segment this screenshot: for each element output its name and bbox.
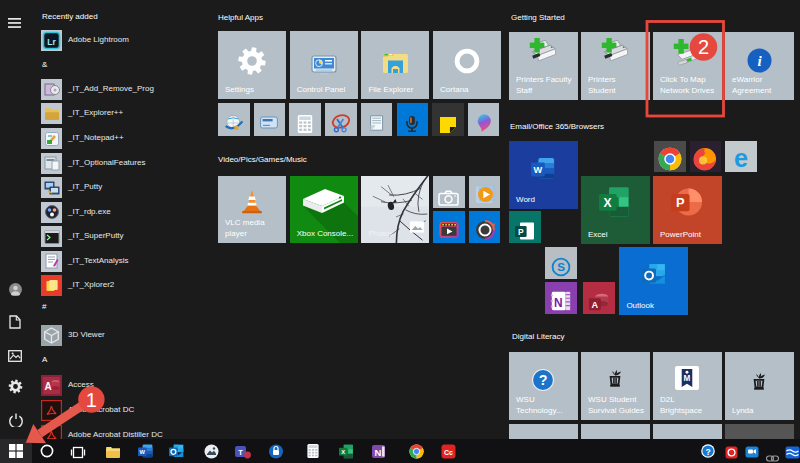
svg-text:2: 2 xyxy=(698,36,709,58)
svg-text:1: 1 xyxy=(86,389,97,411)
